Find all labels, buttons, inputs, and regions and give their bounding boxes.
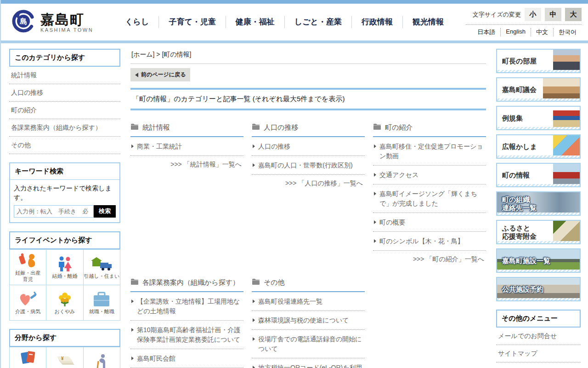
- lang-korean[interactable]: 한국어: [553, 28, 582, 36]
- tile-pregnancy[interactable]: 妊娠・出産育児: [10, 250, 46, 285]
- keyword-search-title: キーワード検索: [10, 163, 119, 180]
- tile-moving[interactable]: 引越し・住まい: [84, 250, 120, 285]
- category-nav-title: このカテゴリから探す: [9, 49, 120, 67]
- folder-icon: [130, 123, 139, 130]
- hatch-decoration: [497, 155, 580, 158]
- triangle-bullet-icon: [131, 299, 134, 303]
- article-link[interactable]: 町の概要: [379, 218, 405, 227]
- other-menu-title: その他のメニュー: [496, 310, 581, 328]
- council-photo: [543, 78, 580, 98]
- life-events-grid: 妊娠・出産育児 結婚・離婚: [9, 249, 120, 321]
- article-link[interactable]: 役場庁舎での電話通話録音の開始について: [258, 334, 364, 354]
- tile-insurance[interactable]: 国保・医療年金: [10, 347, 46, 368]
- article-link[interactable]: 商業・工業統計: [137, 142, 182, 151]
- moving-icon: [91, 256, 112, 272]
- triangle-bullet-icon: [374, 239, 376, 243]
- nav-kenko[interactable]: 健康・福祉: [226, 16, 284, 28]
- site-title: 嘉島町: [40, 12, 93, 27]
- font-size-large-button[interactable]: 大: [565, 8, 582, 21]
- hatch-decoration: [497, 127, 580, 129]
- triangle-bullet-icon: [374, 192, 376, 196]
- sidebar-item-others[interactable]: その他: [9, 137, 120, 154]
- article-link[interactable]: 嘉島町移住・定住促進プロモーション動画: [379, 142, 485, 161]
- tax-icon: ¥: [54, 354, 75, 368]
- breadcrumb[interactable]: [ホーム] > [町の情報]: [130, 49, 486, 64]
- banner-facility-reservation[interactable]: 公共施設予約: [496, 277, 581, 301]
- folder-icon: [373, 123, 381, 130]
- sidebar-item-statistics[interactable]: 統計情報: [9, 67, 120, 84]
- category-more-link[interactable]: >>> 「統計情報」一覧へ: [130, 156, 243, 169]
- font-size-medium-button[interactable]: 中: [545, 8, 561, 21]
- banner-town-council[interactable]: 嘉島町議会: [496, 77, 581, 102]
- menu-item-sitemap[interactable]: サイトマップ: [496, 345, 581, 362]
- banner-mayors-room[interactable]: 町長の部屋: [496, 49, 581, 73]
- font-size-label: 文字サイズの変更: [473, 11, 521, 19]
- page-title: 「町の情報」のカテゴリーと記事一覧 (それぞれ最大5件までを表示): [130, 88, 486, 110]
- banner-hometown-donation[interactable]: ふるさと応援寄附金: [496, 220, 581, 244]
- article-link[interactable]: 嘉島町民会館: [137, 354, 175, 363]
- hatch-decoration: [497, 213, 580, 215]
- tile-marriage[interactable]: 結婚・離婚: [46, 250, 83, 285]
- article-link[interactable]: 地方税統一QRコード(eL-QR)を利用した町税の納付方法が追加され便利になりま…: [258, 363, 364, 368]
- magazine-photo: [553, 135, 580, 155]
- banner-pr-magazine[interactable]: 広報かしま: [496, 134, 581, 159]
- banner-town-info[interactable]: 町の情報: [496, 163, 581, 187]
- tile-condolence[interactable]: おくやみ: [46, 285, 83, 321]
- menu-item-mail-contact[interactable]: メールでのお問合せ: [496, 328, 581, 345]
- tile-tax[interactable]: ¥ 税金: [46, 347, 83, 368]
- tile-care[interactable]: 介護・病気: [10, 285, 46, 321]
- article-link[interactable]: 嘉島町役場連絡先一覧: [258, 297, 322, 306]
- food-photo: [553, 221, 580, 241]
- nav-shigoto[interactable]: しごと・産業: [284, 16, 351, 28]
- site-logo[interactable]: 島 嘉島町 KASHIMA TOWN: [11, 9, 93, 35]
- svg-text:¥: ¥: [61, 356, 64, 361]
- main-navigation: くらし 子育て・児童 健康・福祉 しごと・産業 行政情報 観光情報: [115, 16, 453, 28]
- article-link[interactable]: 嘉島町の人口・世帯数(行政区別): [258, 161, 353, 170]
- article-link[interactable]: 第10期嘉島町高齢者福祉計画・介護保険事業計画策定業務委託について: [137, 325, 243, 345]
- article-link[interactable]: 嘉島町イメージソング「輝くまちで」が完成しました: [379, 189, 485, 208]
- town-logo-icon: 島: [11, 9, 36, 35]
- tile-nursing-insurance[interactable]: 介護保険: [84, 347, 120, 368]
- insurance-icon: [19, 351, 37, 366]
- back-button[interactable]: 前のページに戻る: [130, 68, 190, 81]
- article-link[interactable]: 人口の推移: [258, 142, 290, 151]
- sidebar-item-town-intro[interactable]: 町の紹介: [9, 102, 120, 119]
- nav-kurashi[interactable]: くらし: [115, 16, 158, 28]
- banner-regulations[interactable]: 例規集: [496, 106, 581, 130]
- banner-organization-contacts[interactable]: 町の組織連絡先一覧: [496, 191, 581, 216]
- banner-facilities-list[interactable]: 嘉島町施設一覧: [496, 248, 581, 273]
- nav-kanko[interactable]: 観光情報: [402, 16, 453, 28]
- category-block-population: 人口の推移 人口の推移 嘉島町の人口・世帯数(行政区別) >>> 「人口の推移」…: [252, 121, 365, 188]
- sidebar-item-departments[interactable]: 各課業務案内（組織から探す）: [9, 119, 120, 137]
- tile-employment[interactable]: 就職・離職: [84, 285, 120, 321]
- main-content: [ホーム] > [町の情報] 前のページに戻る 「町の情報」のカテゴリーと記事一…: [130, 49, 486, 368]
- article-link[interactable]: 【企業誘致・立地情報】工場用地などの土地情報: [137, 297, 243, 316]
- search-button[interactable]: 検索: [94, 205, 116, 218]
- article-link[interactable]: 森林環境譲与税の使途について: [258, 316, 349, 325]
- article-link[interactable]: 町のシンボル【木・花・鳥】: [379, 236, 464, 246]
- folder-icon: [252, 123, 260, 130]
- lang-japanese[interactable]: 日本語: [472, 28, 500, 36]
- keyword-search-description: 入力されたキーワードで検索します。: [14, 184, 116, 202]
- font-size-small-button[interactable]: 小: [525, 8, 541, 21]
- employment-icon: [92, 292, 111, 307]
- triangle-bullet-icon: [253, 299, 255, 303]
- category-grid: 統計情報 商業・工業統計 >>> 「統計情報」一覧へ 人口の推移 人口の推移: [130, 121, 486, 368]
- sidebar-item-population[interactable]: 人口の推移: [9, 84, 120, 102]
- category-block-town-intro: 町の紹介 嘉島町移住・定住促進プロモーション動画 交通アクセス 嘉島町イメージソ…: [373, 121, 486, 264]
- keyword-search-box: キーワード検索 入力されたキーワードで検索します。 検索: [9, 162, 120, 223]
- language-switcher: 日本語 English 中文 한국어: [466, 25, 582, 36]
- building-photo: [553, 164, 580, 184]
- lang-chinese[interactable]: 中文: [531, 28, 553, 36]
- hatch-decoration: [497, 184, 580, 186]
- hatch-decoration: [497, 241, 580, 243]
- nav-kosodate[interactable]: 子育て・児童: [158, 16, 225, 28]
- category-more-link[interactable]: >>> 「人口の推移」一覧へ: [252, 175, 365, 188]
- article-link[interactable]: 交通アクセス: [379, 170, 418, 180]
- lang-english[interactable]: English: [500, 28, 531, 36]
- triangle-bullet-icon: [253, 144, 255, 148]
- category-more-link[interactable]: >>> 「町の紹介」一覧へ: [373, 251, 486, 264]
- triangle-bullet-icon: [253, 318, 255, 322]
- nav-gyosei[interactable]: 行政情報: [351, 16, 402, 28]
- keyword-search-input[interactable]: [14, 205, 94, 218]
